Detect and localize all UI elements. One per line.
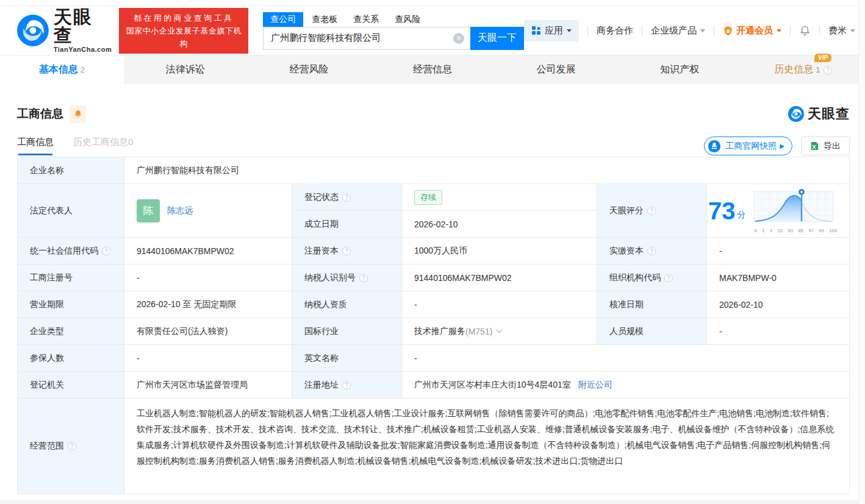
value-paid-capital: - — [707, 238, 849, 264]
tab-company-development[interactable]: 公司发展 — [494, 55, 618, 84]
status-badge: 存续 — [414, 190, 442, 205]
help-icon[interactable]: ? — [359, 274, 368, 282]
label-paid-capital: 实缴资本 ? — [597, 238, 707, 264]
apps-grid-icon — [531, 26, 541, 35]
value-registered-address: 广州市天河区岑村丰庄大街10号4层401室 附近公司 — [402, 372, 849, 399]
label-credit-code: 统一社会信用代码 ? — [18, 238, 124, 264]
tab-operating-info[interactable]: 经营信息 — [371, 55, 495, 84]
label-registration-authority: 登记机关 — [18, 372, 124, 399]
tianyancha-logo[interactable]: 天眼查 TianYanCha.com — [17, 8, 112, 53]
value-taxpayer-id: 91440106MAK7BMPW02 — [402, 264, 597, 291]
divider — [714, 26, 714, 35]
notification-bell-icon[interactable] — [799, 25, 811, 37]
official-snapshot-button[interactable]: 工商官网快照 ▶ — [704, 137, 792, 155]
legal-rep-avatar[interactable]: 陈 — [137, 199, 160, 222]
value-registration-number: - — [124, 264, 292, 291]
tab-count: 2 — [81, 65, 85, 74]
label-establish-date: 成立日期 — [292, 211, 402, 238]
value-insured-count: - — [124, 345, 292, 372]
search-input[interactable] — [263, 27, 470, 50]
help-icon[interactable]: ? — [68, 442, 76, 450]
divider — [587, 26, 588, 35]
help-icon[interactable]: ? — [647, 247, 656, 255]
tab-intellectual-property[interactable]: 知识产权 — [618, 55, 742, 84]
value-tianyan-score[interactable]: 73 分 — [707, 184, 849, 238]
tab-operating-risk[interactable]: 经营风险 — [247, 55, 371, 84]
subtab-history-business-info[interactable]: 历史工商信息0 — [73, 137, 133, 155]
search-tab-boss[interactable]: 查老板 — [312, 12, 337, 27]
vip-badge: VIP — [814, 54, 831, 62]
help-icon[interactable]: ? — [342, 247, 351, 255]
top-menu: 应用 商务合作 企业级产品 开通会员 — [524, 20, 855, 41]
label-approval-date: 核准日期 — [597, 291, 707, 318]
value-registered-capital: 1000万人民币 — [402, 238, 597, 264]
search-tab-company[interactable]: 查公司 — [263, 12, 303, 27]
value-english-name: - — [402, 345, 849, 372]
value-approval-date: 2026-02-10 — [707, 291, 849, 318]
arrow-right-icon: ▶ — [780, 143, 784, 149]
bell-icon — [74, 110, 82, 118]
label-english-name: 英文名称 — [292, 345, 402, 372]
search-button[interactable]: 天眼一下 — [470, 27, 524, 50]
label-registration-status: 登记状态 ? — [292, 184, 402, 211]
label-staff-size: 人员规模 — [597, 318, 707, 345]
divider — [790, 26, 791, 35]
help-icon[interactable]: ? — [342, 193, 351, 202]
label-legal-representative: 法定代表人 — [18, 184, 124, 238]
export-button[interactable]: 导出 — [801, 137, 850, 155]
label-business-term: 营业期限 — [18, 291, 124, 318]
help-icon[interactable]: ? — [102, 247, 110, 255]
tab-history-info[interactable]: 历史信息 VIP 1 ? — [741, 55, 865, 84]
subtab-business-info[interactable]: 工商信息 — [17, 137, 54, 155]
logo-domain: TianYanCha.com — [54, 46, 112, 53]
value-legal-representative: 陈 陈志远 — [124, 184, 292, 238]
page: 天眼查 TianYanCha.com 都在用的商业查询工具 国家中小企业发展子基… — [0, 0, 865, 504]
promo-line1: 都在用的商业查询工具 — [125, 12, 242, 24]
nearby-companies-link[interactable]: 附近公司 — [578, 380, 612, 391]
label-company-name: 企业名称 — [18, 157, 124, 184]
score-unit: 分 — [738, 210, 746, 221]
caret-down-icon — [850, 29, 855, 32]
vertical-scrollbar[interactable] — [858, 0, 865, 504]
value-business-scope: 工业机器人制造;智能机器人的研发;智能机器人销售;工业机器人销售;工业设计服务;… — [124, 399, 849, 494]
cooperation-link[interactable]: 商务合作 — [597, 25, 633, 37]
chevron-down-icon[interactable] — [497, 327, 503, 333]
apps-menu-button[interactable]: 应用 — [524, 20, 579, 41]
stamp-icon — [708, 140, 721, 153]
tab-count: 1 — [816, 65, 820, 74]
label-business-scope: 经营范围 ? — [18, 399, 124, 494]
username: 费米 — [828, 25, 847, 37]
business-info-table: 企业名称 广州鹏行智能科技有限公司 法定代表人 陈 陈志远 登记状态 ? 存续 … — [17, 157, 850, 494]
section-title: 工商信息 — [17, 106, 63, 122]
label-registered-address: 注册地址 ? — [292, 372, 402, 399]
promo-line2: 国家中小企业发展子基金旗下机构 — [125, 24, 242, 50]
label-taxpayer-quality: 纳税人资质 — [292, 291, 402, 318]
industry-code: (M751) — [465, 327, 492, 336]
value-registration-authority: 广州市天河区市场监督管理局 — [124, 372, 292, 399]
caret-down-icon — [567, 29, 572, 32]
search-tab-relation[interactable]: 查关系 — [353, 12, 379, 27]
value-credit-code: 91440106MAK7BMPW02 — [124, 238, 292, 264]
main-content: 工商信息 天眼查 工商信息 历史工商信息0 — [0, 105, 865, 494]
label-tianyan-score: 天眼评分 ? — [597, 184, 707, 238]
company-nav-tabs: 基本信息 2 法律诉讼 经营风险 经营信息 公司发展 知识产权 历史信息 VIP… — [0, 55, 865, 84]
help-icon[interactable]: ? — [647, 207, 656, 215]
open-vip-menu[interactable]: 开通会员 — [723, 25, 781, 37]
search-tab-risk[interactable]: 查风险 — [395, 12, 420, 27]
clear-search-icon[interactable]: × — [453, 33, 464, 44]
value-company-name: 广州鹏行智能科技有限公司 — [124, 157, 849, 184]
value-industry[interactable]: 技术推广服务 (M751) — [402, 318, 597, 345]
help-icon[interactable]: ? — [664, 274, 673, 282]
tianyancha-logo-icon — [17, 15, 49, 46]
user-menu[interactable]: 费米 — [828, 25, 855, 37]
help-icon[interactable]: ? — [824, 66, 832, 74]
monitor-bell-button[interactable] — [70, 105, 86, 123]
enterprise-product-menu[interactable]: 企业级产品 — [651, 25, 705, 37]
page-bottom-strip — [0, 500, 865, 504]
legal-rep-link[interactable]: 陈志远 — [167, 205, 193, 216]
search-tabs: 查公司 查老板 查关系 查风险 — [263, 12, 524, 27]
label-industry: 国标行业 — [292, 318, 402, 345]
help-icon[interactable]: ? — [342, 381, 351, 389]
tab-legal-proceedings[interactable]: 法律诉讼 — [124, 55, 248, 84]
tab-basic-info[interactable]: 基本信息 2 — [0, 55, 124, 84]
